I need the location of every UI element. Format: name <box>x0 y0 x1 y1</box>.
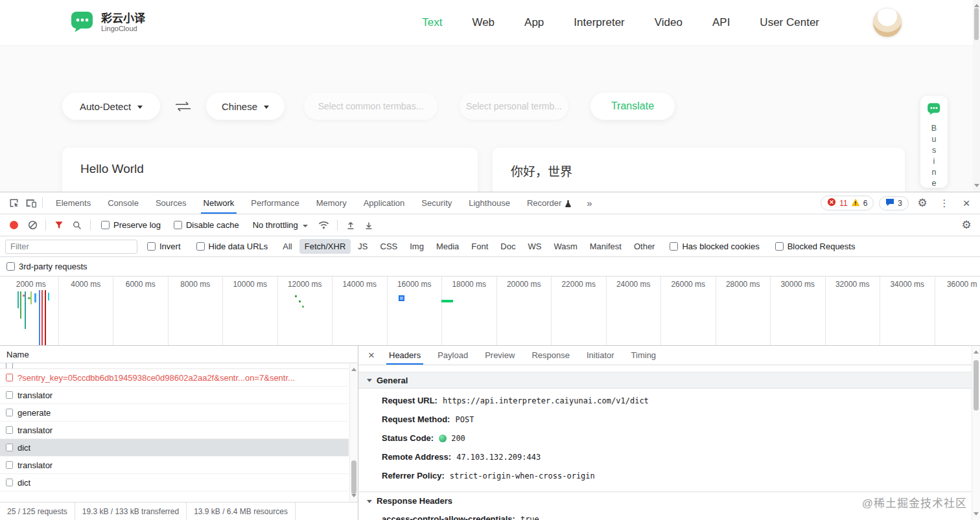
checkbox-icon[interactable] <box>196 242 205 251</box>
personal-termbase-select[interactable]: Select personal termb... <box>460 93 568 120</box>
devtools-tab[interactable]: Sources <box>147 192 195 214</box>
scrollbar-thumb[interactable] <box>351 460 356 494</box>
nav-item[interactable]: API <box>712 16 730 29</box>
network-request-row[interactable]: ?sentry_key=05ccdbb6db1945938ce0d98602a2… <box>0 369 349 387</box>
common-termbase-select[interactable]: Select common termbas... <box>304 93 438 120</box>
avatar[interactable] <box>872 8 902 38</box>
nav-item[interactable]: Video <box>655 16 682 29</box>
details-scrollbar[interactable] <box>972 346 980 520</box>
clear-network-log-icon[interactable] <box>24 217 41 234</box>
disable-cache-checkbox[interactable]: Disable cache <box>174 220 239 230</box>
scrollbar-thumb[interactable] <box>974 360 979 411</box>
errors-warnings-badge[interactable]: 11 6 <box>821 196 874 210</box>
record-network-log-icon[interactable] <box>10 221 18 229</box>
devtools-settings-gear-icon[interactable]: ⚙ <box>914 195 931 212</box>
general-section-header[interactable]: General <box>358 372 972 389</box>
resource-filter-pill[interactable]: Media <box>431 239 464 254</box>
export-har-icon[interactable] <box>360 217 377 234</box>
more-tabs-icon[interactable]: » <box>580 198 598 209</box>
blocked-requests-checkbox[interactable]: Blocked Requests <box>775 242 856 251</box>
preserve-log-checkbox[interactable]: Preserve log <box>101 220 161 230</box>
network-request-row[interactable]: translator <box>0 387 349 404</box>
network-request-row[interactable]: dict <box>0 439 349 457</box>
requests-scrollbar[interactable] <box>349 363 358 502</box>
page-scrollbar[interactable] <box>973 0 980 192</box>
source-text-area[interactable]: Hello World <box>62 148 478 192</box>
details-tab[interactable]: Response <box>523 346 578 365</box>
details-close-icon[interactable]: × <box>362 349 380 362</box>
devtools-tab[interactable]: Performance <box>242 192 307 214</box>
search-icon[interactable] <box>69 217 86 234</box>
scroll-down-arrow-icon[interactable] <box>351 494 356 500</box>
scrollbar-thumb[interactable] <box>974 8 979 40</box>
checkbox-icon[interactable] <box>6 262 15 271</box>
network-request-row[interactable]: translator <box>0 457 349 474</box>
target-language-select[interactable]: Chinese <box>206 93 285 120</box>
checkbox-icon[interactable] <box>775 242 784 251</box>
logo[interactable]: 彩云小译 LingoCloud <box>70 10 145 35</box>
inspect-element-icon[interactable] <box>5 195 22 212</box>
resource-filter-pill[interactable]: Manifest <box>585 239 627 254</box>
network-timeline-overview[interactable]: 2000 ms 4000 ms 6000 ms 8000 ms 10000 ms <box>0 277 980 346</box>
scroll-down-arrow-icon[interactable] <box>974 512 979 518</box>
details-tab[interactable]: Headers <box>380 346 429 365</box>
resource-filter-pill[interactable]: JS <box>353 239 373 254</box>
source-language-select[interactable]: Auto-Detect <box>62 93 160 120</box>
devtools-tab[interactable]: Application <box>355 192 414 214</box>
resource-filter-pill[interactable]: WS <box>522 239 546 254</box>
checkbox-icon[interactable] <box>147 242 156 251</box>
devtools-tab[interactable]: Network <box>195 192 243 214</box>
devtools-tab[interactable]: Elements <box>47 192 99 214</box>
network-request-row[interactable]: generate <box>0 404 349 422</box>
network-conditions-icon[interactable] <box>316 217 332 234</box>
scroll-down-arrow-icon[interactable] <box>974 184 979 190</box>
hide-data-urls-checkbox[interactable]: Hide data URLs <box>196 242 268 251</box>
resource-filter-pill[interactable]: Other <box>629 239 660 254</box>
invert-checkbox[interactable]: Invert <box>147 242 181 251</box>
nav-item[interactable]: Interpreter <box>574 16 624 29</box>
network-settings-gear-icon[interactable]: ⚙ <box>958 217 975 234</box>
resource-filter-pill[interactable]: All <box>277 239 297 254</box>
devtools-menu-kebab-icon[interactable]: ⋮ <box>936 195 953 212</box>
business-tab[interactable]: Business <box>920 96 948 188</box>
target-text-area[interactable]: 你好，世界 <box>493 148 905 192</box>
filter-funnel-icon[interactable] <box>51 217 67 234</box>
devtools-tab[interactable]: Console <box>99 192 147 214</box>
devtools-close-icon[interactable]: × <box>958 195 975 212</box>
resource-filter-pill[interactable]: Img <box>404 239 429 254</box>
nav-item[interactable]: App <box>524 16 544 29</box>
resource-filter-pill[interactable]: Font <box>466 239 493 254</box>
details-tab[interactable]: Timing <box>623 346 665 365</box>
nav-item[interactable]: Text <box>422 16 442 29</box>
details-tab[interactable]: Preview <box>476 346 523 365</box>
issues-badge[interactable]: 3 <box>879 196 909 210</box>
nav-item[interactable]: Web <box>472 16 495 29</box>
details-tab[interactable]: Initiator <box>578 346 623 365</box>
resource-filter-pill[interactable]: CSS <box>375 239 403 254</box>
devtools-tab[interactable]: Security <box>413 192 460 214</box>
checkbox-icon[interactable] <box>174 221 182 229</box>
checkbox-icon[interactable] <box>670 242 678 251</box>
resource-filter-pill[interactable]: Wasm <box>548 239 582 254</box>
import-har-icon[interactable] <box>342 217 359 234</box>
throttling-select[interactable]: No throttling <box>253 220 308 230</box>
network-request-row[interactable] <box>0 363 349 369</box>
devtools-tab[interactable]: Recorder <box>519 192 580 214</box>
details-tab[interactable]: Payload <box>429 346 476 365</box>
third-party-requests-checkbox[interactable]: 3rd-party requests <box>6 262 88 271</box>
scroll-up-arrow-icon[interactable] <box>974 1 979 7</box>
scroll-up-arrow-icon[interactable] <box>974 348 979 354</box>
device-toolbar-icon[interactable] <box>22 195 39 212</box>
devtools-tab[interactable]: Lighthouse <box>460 192 519 214</box>
filter-input[interactable] <box>5 240 137 254</box>
has-blocked-cookies-checkbox[interactable]: Has blocked cookies <box>670 242 759 251</box>
requests-name-header[interactable]: Name <box>0 346 358 363</box>
response-headers-section-header[interactable]: Response Headers <box>358 492 972 510</box>
scroll-up-arrow-icon[interactable] <box>351 365 356 371</box>
translate-button[interactable]: Translate <box>590 93 675 120</box>
devtools-tab[interactable]: Memory <box>308 192 355 214</box>
resource-filter-pill[interactable]: Doc <box>495 239 520 254</box>
nav-item[interactable]: User Center <box>760 16 819 29</box>
checkbox-icon[interactable] <box>101 221 110 229</box>
resource-filter-pill[interactable]: Fetch/XHR <box>299 239 351 254</box>
